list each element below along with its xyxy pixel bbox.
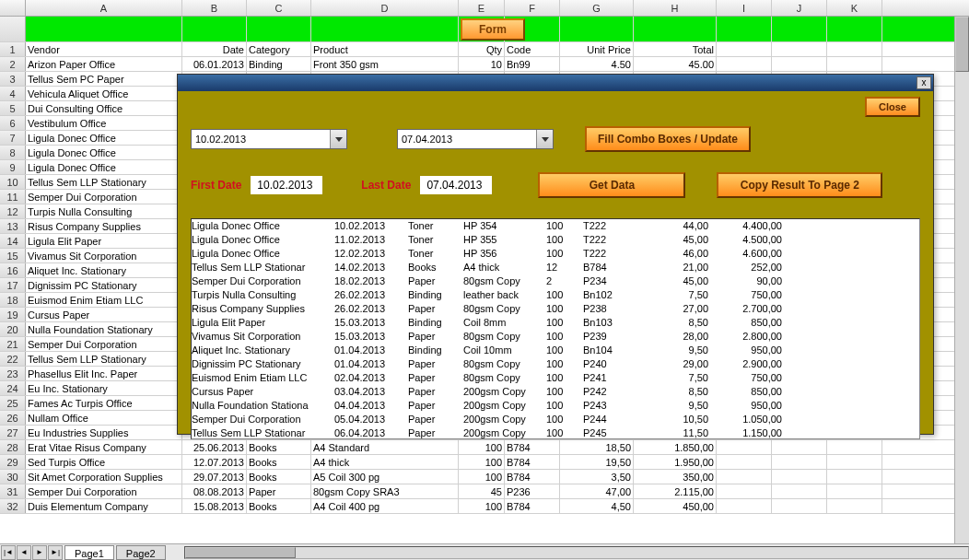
list-item[interactable]: Semper Dui Corporation05.04.2013Paper200… (192, 413, 919, 426)
results-listbox[interactable]: Ligula Donec Office10.02.2013TonerHP 354… (191, 218, 920, 439)
col-header[interactable]: J (772, 0, 827, 16)
list-item[interactable]: Tellus Sem LLP Stationar06.04.2013Paper2… (192, 426, 919, 438)
cell-vendor[interactable]: Erat Vitae Risus Company (26, 440, 182, 454)
cell-vendor[interactable]: Tellus Sem LLP Stationary (26, 175, 182, 189)
cell-vendor[interactable]: Nullam Office (26, 411, 182, 425)
cell-vendor[interactable]: Ligula Elit Paper (26, 234, 182, 248)
cell-code[interactable]: B784 (505, 455, 560, 469)
row-number[interactable]: 21 (0, 337, 26, 351)
cell-vendor[interactable]: Sit Amet Corporation Supplies (26, 470, 182, 484)
cell-product[interactable]: 80gsm Copy SRA3 (311, 484, 459, 498)
cell-vendor[interactable]: Dui Consulting Office (26, 101, 182, 115)
list-item[interactable]: Dignissim PC Stationary01.04.2013Paper80… (192, 357, 919, 371)
list-item[interactable]: Cursus Paper03.04.2013Paper200gsm Copy10… (192, 385, 919, 399)
col-header[interactable]: F (505, 0, 560, 16)
cell-product[interactable]: A4 Standard (311, 440, 459, 454)
cell-vendor[interactable]: Aliquet Inc. Stationary (26, 263, 182, 277)
cell-category[interactable]: Books (247, 455, 311, 469)
list-item[interactable]: Ligula Donec Office11.02.2013TonerHP 355… (192, 233, 919, 247)
col-header[interactable]: I (717, 0, 772, 16)
sheet-tab-page2[interactable]: Page2 (116, 545, 166, 560)
cell-category[interactable]: Books (247, 499, 311, 513)
list-item[interactable]: Tellus Sem LLP Stationar14.02.2013BooksA… (192, 261, 919, 274)
row-number[interactable]: 3 (0, 72, 26, 86)
last-date-combo[interactable]: 07.04.2013 (397, 129, 554, 149)
list-item[interactable]: Aliquet Inc. Stationary01.04.2013Binding… (192, 344, 919, 357)
tab-nav-first-icon[interactable]: |◄ (1, 545, 16, 560)
copy-result-button[interactable]: Copy Result To Page 2 (717, 172, 882, 198)
cell-vendor[interactable]: Vehicula Aliquet Office (26, 87, 182, 100)
cell-unit[interactable]: 18,50 (560, 440, 634, 454)
cell-vendor[interactable]: Ligula Donec Office (26, 146, 182, 159)
cell-vendor[interactable]: Ligula Donec Office (26, 131, 182, 145)
cell-unit[interactable]: 4.50 (560, 57, 634, 71)
cell-unit[interactable]: 19,50 (560, 455, 634, 469)
chevron-down-icon[interactable] (536, 130, 553, 148)
tab-nav-prev-icon[interactable]: ◄ (17, 545, 31, 560)
col-header[interactable]: B (182, 0, 247, 16)
col-header[interactable]: A (26, 0, 182, 16)
cell-date[interactable]: 25.06.2013 (182, 440, 247, 454)
cell-vendor[interactable]: Ligula Donec Office (26, 160, 182, 174)
first-date-combo[interactable]: 10.02.2013 (191, 129, 347, 149)
cell-category[interactable]: Books (247, 470, 311, 484)
close-icon[interactable]: x (916, 76, 931, 89)
col-header[interactable]: E (459, 0, 505, 16)
row-number[interactable]: 19 (0, 308, 26, 321)
row-number[interactable]: 25 (0, 396, 26, 410)
cell-qty[interactable]: 100 (459, 440, 505, 454)
cell-qty[interactable]: 100 (459, 470, 505, 484)
row-number[interactable]: 1 (0, 42, 26, 56)
row-number[interactable]: 32 (0, 499, 26, 513)
cell-product[interactable]: A5 Coil 300 pg (311, 470, 459, 484)
cell-code[interactable]: B784 (505, 440, 560, 454)
list-item[interactable]: Ligula Elit Paper15.03.2013BindingCoil 8… (192, 316, 919, 330)
cell-vendor[interactable]: Semper Dui Corporation (26, 190, 182, 204)
cell-product[interactable]: A4 thick (311, 455, 459, 469)
row-number[interactable]: 17 (0, 278, 26, 292)
scrollbar-thumb[interactable] (185, 547, 296, 558)
row-number[interactable] (0, 17, 26, 41)
header-category[interactable]: Category (247, 42, 311, 56)
row-number[interactable]: 12 (0, 204, 26, 218)
cell-vendor[interactable]: Cursus Paper (26, 308, 182, 321)
cell-vendor[interactable]: Risus Company Supplies (26, 219, 182, 233)
cell-total[interactable]: 350,00 (634, 470, 717, 484)
cell-code[interactable]: Bn99 (505, 57, 560, 71)
cell-date[interactable]: 29.07.2013 (182, 470, 247, 484)
tab-nav-next-icon[interactable]: ► (32, 545, 47, 560)
col-header[interactable]: C (247, 0, 311, 16)
row-number[interactable]: 26 (0, 411, 26, 425)
cell-date[interactable]: 08.08.2013 (182, 484, 247, 498)
row-number[interactable]: 7 (0, 131, 26, 145)
cell-product[interactable]: Front 350 gsm (311, 57, 459, 71)
tab-nav-last-icon[interactable]: ►| (48, 545, 63, 560)
fill-combo-button[interactable]: Fill Combo Boxes / Update (585, 126, 751, 152)
cell-unit[interactable]: 3,50 (560, 470, 634, 484)
list-item[interactable]: Euismod Enim Etiam LLC02.04.2013Paper80g… (192, 371, 919, 385)
select-all-corner[interactable] (0, 0, 26, 16)
cell-qty[interactable]: 10 (459, 57, 505, 71)
row-number[interactable]: 23 (0, 367, 26, 380)
cell-vendor[interactable]: Tellus Sem LLP Stationary (26, 352, 182, 366)
list-item[interactable]: Risus Company Supplies26.02.2013Paper80g… (192, 302, 919, 316)
cell-code[interactable]: P236 (505, 484, 560, 498)
header-date[interactable]: Date (182, 42, 247, 56)
cell-total[interactable]: 2.115,00 (634, 484, 717, 498)
row-number[interactable]: 8 (0, 146, 26, 159)
list-item[interactable]: Nulla Foundation Stationa04.04.2013Paper… (192, 399, 919, 413)
row-number[interactable]: 9 (0, 160, 26, 174)
header-total[interactable]: Total (634, 42, 717, 56)
header-vendor[interactable]: Vendor (26, 42, 182, 56)
cell-date[interactable]: 12.07.2013 (182, 455, 247, 469)
cell-vendor[interactable]: Eu Industries Supplies (26, 426, 182, 439)
chevron-down-icon[interactable] (330, 130, 346, 148)
vertical-scrollbar[interactable] (954, 17, 969, 543)
header-qty[interactable]: Qty (459, 42, 505, 56)
cell-vendor[interactable]: Nulla Foundation Stationary (26, 322, 182, 336)
list-item[interactable]: Turpis Nulla Consulting26.02.2013Binding… (192, 288, 919, 302)
cell-total[interactable]: 1.950,00 (634, 455, 717, 469)
row-number[interactable]: 5 (0, 101, 26, 115)
row-number[interactable]: 2 (0, 57, 26, 71)
list-item[interactable]: Semper Dui Corporation18.02.2013Paper80g… (192, 274, 919, 288)
